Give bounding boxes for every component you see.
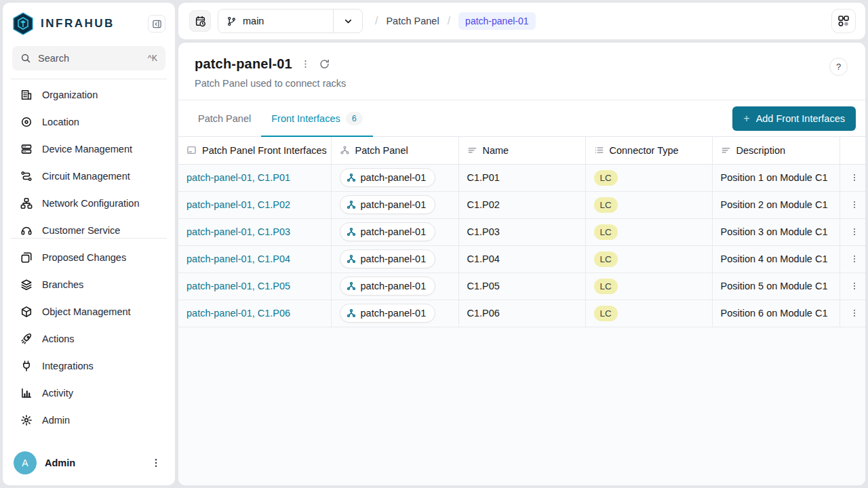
connector-type-badge: LC <box>594 251 618 267</box>
branch-selector[interactable]: main <box>218 9 363 33</box>
cell-patch-panel: patch-panel-01 <box>331 245 458 272</box>
search-input[interactable]: Search ^K <box>12 46 165 70</box>
sidebar-item-activity[interactable]: Activity <box>3 380 175 407</box>
interface-link[interactable]: patch-panel-01, C1.P01 <box>186 172 290 183</box>
search-icon <box>20 53 31 64</box>
cell-description: Position 1 on Module C1 <box>712 164 840 191</box>
building-icon <box>20 89 33 101</box>
sidebar-item-network-configuration[interactable]: Network Configuration <box>3 190 175 217</box>
sidebar-item-object-management[interactable]: Object Management <box>3 298 175 325</box>
calendar-clock-icon <box>195 16 206 27</box>
table-container: Patch Panel Front Interfaces Patch Panel <box>178 137 865 485</box>
row-menu-button[interactable] <box>848 254 861 264</box>
breadcrumb-separator: / <box>375 15 378 27</box>
object-actions-button[interactable] <box>300 59 311 69</box>
relationship-icon <box>347 254 356 264</box>
table-row[interactable]: patch-panel-01, C1.P06 patch-panel-01 C1… <box>178 300 865 327</box>
chevron-down-icon <box>343 16 353 26</box>
front-interfaces-table: Patch Panel Front Interfaces Patch Panel <box>178 137 865 327</box>
ellipsis-vertical-icon <box>151 458 161 468</box>
row-menu-button[interactable] <box>848 308 861 318</box>
sidebar-item-proposed-changes[interactable]: Proposed Changes <box>3 244 175 271</box>
breadcrumb-current[interactable]: patch-panel-01 <box>458 12 535 30</box>
sidebar-nav-secondary: Proposed Changes Branches Object Managem… <box>3 239 175 436</box>
patch-panel-chip[interactable]: patch-panel-01 <box>340 304 436 323</box>
sidebar-item-actions[interactable]: Actions <box>3 325 175 352</box>
table-row[interactable]: patch-panel-01, C1.P05 patch-panel-01 C1… <box>178 272 865 300</box>
column-header-connector-type[interactable]: Connector Type <box>585 137 712 164</box>
table-header-row: Patch Panel Front Interfaces Patch Panel <box>178 137 865 164</box>
rocket-icon <box>20 333 33 345</box>
breadcrumb-parent[interactable]: Patch Panel <box>386 16 439 26</box>
sidebar-item-branches[interactable]: Branches <box>3 271 175 298</box>
interface-link[interactable]: patch-panel-01, C1.P03 <box>186 226 290 237</box>
tab-patch-panel[interactable]: Patch Panel <box>188 100 261 136</box>
table-row[interactable]: patch-panel-01, C1.P03 patch-panel-01 C1… <box>178 218 865 245</box>
card-icon <box>186 145 197 155</box>
sidebar-item-location[interactable]: Location <box>3 108 175 136</box>
table-row[interactable]: patch-panel-01, C1.P01 patch-panel-01 C1… <box>178 164 865 191</box>
page-header: patch-panel-01 ? Patch Panel used to con… <box>178 43 865 100</box>
interface-link[interactable]: patch-panel-01, C1.P04 <box>186 253 290 264</box>
ellipsis-vertical-icon <box>300 59 311 69</box>
row-menu-button[interactable] <box>848 281 861 291</box>
plug-icon <box>20 360 33 372</box>
sidebar-item-organization[interactable]: Organization <box>3 81 175 108</box>
user-menu-button[interactable] <box>148 455 164 471</box>
column-header-description[interactable]: Description <box>712 137 840 164</box>
schema-button[interactable] <box>831 9 856 33</box>
ellipsis-vertical-icon <box>850 173 859 182</box>
breadcrumb: / Patch Panel / patch-panel-01 <box>375 12 536 30</box>
interface-link[interactable]: patch-panel-01, C1.P05 <box>186 281 290 291</box>
row-menu-button[interactable] <box>848 227 861 237</box>
interface-link[interactable]: patch-panel-01, C1.P06 <box>186 308 290 319</box>
avatar: A <box>14 451 37 474</box>
connector-type-badge: LC <box>594 279 618 294</box>
cell-connector-type: LC <box>585 164 712 191</box>
layers-icon <box>20 279 33 291</box>
interface-link[interactable]: patch-panel-01, C1.P02 <box>186 199 290 210</box>
branch-selector-toggle[interactable] <box>334 9 362 33</box>
sidebar-item-circuit-management[interactable]: Circuit Management <box>3 163 175 190</box>
column-header-display[interactable]: Patch Panel Front Interfaces <box>178 137 331 164</box>
page-description: Patch Panel used to connect racks <box>195 78 849 89</box>
headset-icon <box>20 224 33 237</box>
column-header-patch-panel[interactable]: Patch Panel <box>331 137 458 164</box>
sidebar-header: INFRAHUB <box>3 3 175 42</box>
table-row[interactable]: patch-panel-01, C1.P04 patch-panel-01 C1… <box>178 245 865 272</box>
tab-front-interfaces[interactable]: Front Interfaces 6 <box>261 100 373 136</box>
patch-panel-chip[interactable]: patch-panel-01 <box>340 168 436 187</box>
cell-name: C1.P03 <box>458 218 585 245</box>
patch-panel-chip[interactable]: patch-panel-01 <box>340 222 436 241</box>
cell-description: Position 2 on Module C1 <box>712 191 840 218</box>
patch-panel-chip[interactable]: patch-panel-01 <box>340 195 436 214</box>
sidebar-collapse-button[interactable] <box>148 15 165 33</box>
cell-connector-type: LC <box>585 272 712 300</box>
refresh-icon <box>319 58 330 70</box>
cell-name: C1.P01 <box>458 164 585 191</box>
sidebar-item-customer-service[interactable]: Customer Service <box>3 217 175 238</box>
table-row[interactable]: patch-panel-01, C1.P02 patch-panel-01 C1… <box>178 191 865 218</box>
cell-patch-panel: patch-panel-01 <box>331 300 458 327</box>
relationship-icon <box>347 173 356 182</box>
time-travel-button[interactable] <box>189 10 211 32</box>
sidebar-item-device-management[interactable]: Device Management <box>3 136 175 163</box>
row-menu-button[interactable] <box>848 173 861 182</box>
column-header-name[interactable]: Name <box>458 137 585 164</box>
cell-actions <box>840 218 865 245</box>
sidebar-item-integrations[interactable]: Integrations <box>3 352 175 380</box>
tab-count-badge: 6 <box>346 112 363 125</box>
ellipsis-vertical-icon <box>850 308 859 318</box>
diff-icon <box>20 251 33 264</box>
patch-panel-chip[interactable]: patch-panel-01 <box>340 277 436 296</box>
patch-panel-chip[interactable]: patch-panel-01 <box>340 249 436 268</box>
help-button[interactable]: ? <box>829 58 848 76</box>
panel-collapse-icon <box>152 19 162 29</box>
content-panel: patch-panel-01 ? Patch Panel used to con… <box>178 43 865 485</box>
add-front-interfaces-button[interactable]: + Add Front Interfaces <box>732 106 856 131</box>
sidebar-user[interactable]: A Admin <box>3 443 175 485</box>
branch-name: main <box>243 16 264 26</box>
sidebar-item-admin[interactable]: Admin <box>3 407 175 434</box>
row-menu-button[interactable] <box>848 200 861 209</box>
refresh-button[interactable] <box>319 58 330 70</box>
